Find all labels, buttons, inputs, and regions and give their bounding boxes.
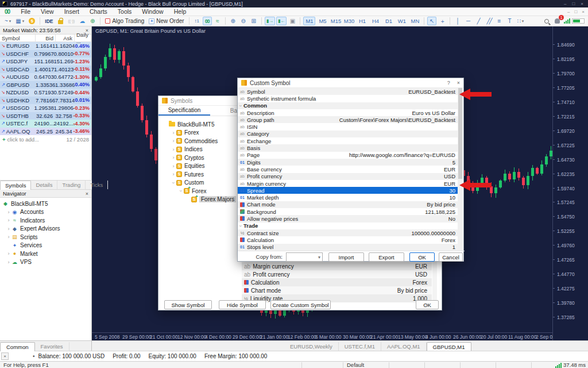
help-button[interactable]: ? [447,80,450,86]
market-watch-row-usdjpy[interactable]: ↗USDJPY151.168151.269-1.23% [0,57,91,66]
shapes-tool-button[interactable]: ∷▾ [515,17,525,25]
vertical-line-tool-button[interactable]: │ [453,17,462,25]
expand-chevron-icon[interactable]: › [178,188,184,194]
symbols-tree-item-custom[interactable]: ›SCustom [163,179,242,187]
market-watch-row-usdhkd[interactable]: ↘USDHKD7.781667.783140.01% [0,97,91,105]
text-tool-button[interactable]: T [505,17,514,25]
maximize-button[interactable]: □ [572,1,575,6]
ide-button[interactable]: IDE [43,17,55,25]
column-daily[interactable]: Daily ... [75,34,91,41]
menu-insert[interactable]: Insert [59,8,84,15]
expand-chevron-icon[interactable]: › [6,217,11,223]
status-profile[interactable]: Default [347,362,364,368]
expand-chevron-icon[interactable]: › [171,180,176,186]
tab-common[interactable]: Common [0,342,35,351]
custom-property-symbol[interactable]: abSymbolEURUSD_Backtest [238,88,459,95]
expand-chevron-icon[interactable]: › [6,259,11,265]
custom-property-base-currency[interactable]: abBase currencyEUR [238,166,459,172]
fibonacci-tool-button[interactable]: ≡ [494,17,504,25]
column-bid[interactable]: Bid [36,34,56,41]
expand-chevron-icon[interactable]: › [6,226,11,232]
notifications-button[interactable]: 1 [552,17,562,25]
tab-symbols[interactable]: Symbols [0,181,31,190]
property-row-calculation[interactable]: CalculationForex [242,278,432,286]
column-symbol[interactable]: Symbol [0,34,36,41]
menu-help[interactable]: Help [169,8,192,15]
expand-chevron-icon[interactable]: › [171,138,176,144]
symbols-tab-specification[interactable]: Specification [158,106,210,116]
timeframe-h4[interactable]: H4 [369,17,381,25]
market-watch-row-audusd[interactable]: ↘AUDUSD0.647030.64772-1.30% [0,73,91,81]
navigator-item-market[interactable]: ›●Market [0,250,91,258]
profiles-button[interactable]: ▦▾ [14,17,26,25]
market-watch-row-usdthb[interactable]: ↘USDTHB32.62632.758-0.33% [0,112,91,120]
horizontal-line-tool-button[interactable]: ─ [463,17,473,25]
custom-property-chart-mode[interactable]: Chart modeBy bid price [238,201,459,208]
toolbox-close-button[interactable]: × [1,352,9,360]
symbols-tree-item-indices[interactable]: ›SIndices [163,145,242,154]
custom-property-basis[interactable]: abBasis [238,144,459,151]
scrollbar-thumb[interactable] [458,88,462,179]
expand-chevron-icon[interactable]: › [171,163,176,169]
screenshot-button[interactable]: ▣ [288,17,297,25]
property-row-profit-currency[interactable]: abProfit currencyUSD [242,270,432,278]
market-watch-row-usdsgd[interactable]: ↗USDSGD1.295381.29806-0.23% [0,104,91,112]
custom-symbol-close-icon[interactable]: × [457,80,460,86]
hide-symbol-button[interactable]: Hide Symbol [219,300,266,309]
market-watch-add-row[interactable]: + click to add... 12 / 2028 [0,135,91,143]
expand-chevron-icon[interactable]: › [171,171,176,177]
section-chevron-icon[interactable]: › [238,103,243,109]
navigator-item-expert-advisors[interactable]: ›◆Expert Advisors [0,225,91,233]
custom-property-group-path[interactable]: abGroup pathCustom\Forex\Forex Majors\EU… [238,116,459,123]
menu-charts[interactable]: Charts [84,8,113,15]
chart-shift-button[interactable]: ▮← [276,17,287,25]
timeframe-w1[interactable]: W1 [396,17,408,25]
navigator-item-vps[interactable]: ›☁VPS [0,258,91,267]
property-row-chart-mode[interactable]: Chart modeBy bid price [242,286,432,294]
lock-button[interactable] [56,17,65,25]
line-chart-button[interactable]: ≈ [213,17,222,25]
timeframe-m30[interactable]: M30 [343,17,355,25]
new-order-button[interactable]: +New Order [147,17,185,25]
cursor-tool-button[interactable]: ↖ [427,17,436,25]
chart-tab-eurusd-weekly[interactable]: EURUSD,Weekly [284,342,339,351]
expand-chevron-icon[interactable]: › [171,130,176,136]
chart-tab-gbpusd-m1[interactable]: GBPUSD,M1 [427,342,471,351]
navigator-item-accounts[interactable]: ›◉Accounts [0,208,91,217]
symbols-tree-item-forex[interactable]: ›SForex [163,129,242,137]
timeframe-m15[interactable]: M15 [330,17,342,25]
web-terminal-button[interactable]: ⊕ [88,17,97,25]
chart-tab-aapl-oq-m1[interactable]: AAPL.OQ,M1 [381,342,427,351]
custom-property-calculation[interactable]: CalculationForex [238,236,459,243]
candlestick-chart-button[interactable]: 00 [203,17,212,25]
symbols-tree-item-forex[interactable]: ›SForex [163,187,242,195]
market-watch-row-aapl.oq[interactable]: ↗AAPL.OQ245.25245.34-3.46% [0,128,91,136]
symbols-tree-item-futures[interactable]: ›SFutures [163,170,242,179]
timeframe-mn[interactable]: MN [409,17,421,25]
menu-file[interactable]: File [16,8,36,15]
symbols-tree-item-cryptos[interactable]: ›SCryptos [163,154,242,162]
symbols-ok-button[interactable]: OK [416,300,439,309]
chart-tab-ustec-f-m1[interactable]: USTEC.f,M1 [339,342,381,351]
market-watch-row-nzdusd[interactable]: ↘NZDUSD0.571930.57249-0.44% [0,89,91,97]
copy-from-dropdown[interactable]: ▾ [286,252,323,262]
custom-symbol-titlebar[interactable]: Custom Symbol ? × [238,78,463,88]
chart-type-button[interactable]: ~▾ [3,17,13,25]
custom-property-contract-size[interactable]: ½Contract size100000.00000000 [238,229,459,236]
custom-property-allow-negative-prices[interactable]: Allow negative pricesNo [238,215,459,222]
timeframe-d1[interactable]: D1 [382,17,394,25]
tile-windows-button[interactable]: ⊞ [249,17,258,25]
algo-trading-button[interactable]: Algo Trading [103,17,146,25]
menu-window[interactable]: Window [137,8,168,15]
market-watch-row-usdchf[interactable]: ↘USDCHF0.799670.80010-0.77% [0,50,91,58]
expand-chevron-icon[interactable]: › [171,147,176,152]
custom-symbol-scrollbar[interactable] [458,88,463,251]
custom-property-margin-currency[interactable]: abMargin currencyEUR [238,180,459,187]
cancel-button[interactable]: Cancel [439,252,463,262]
expand-chevron-icon[interactable]: › [171,155,176,160]
market-watch-row-eurusd[interactable]: ↘EURUSD1.161411.162040.45% [0,42,91,50]
crosshair-tool-button[interactable]: ＋ [438,17,447,25]
property-row-margin-currency[interactable]: abMargin currencyEUR [242,262,432,270]
market-watch-row-usdcad[interactable]: ↘USDCAD1.400171.40123-0.11% [0,66,91,74]
symbols-tree-item-forex-majors[interactable]: SForex Majors [163,195,242,204]
